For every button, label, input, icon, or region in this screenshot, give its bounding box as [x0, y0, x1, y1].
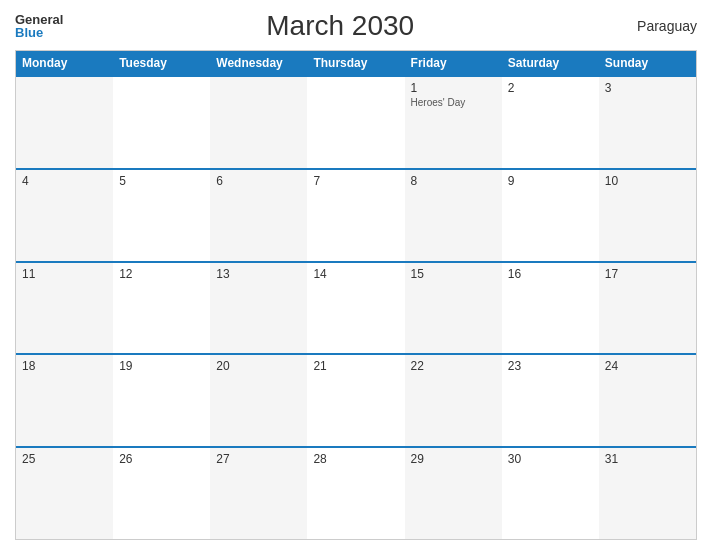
calendar-cell: 19: [113, 355, 210, 446]
calendar-cell: 14: [307, 263, 404, 354]
col-monday: Monday: [16, 51, 113, 75]
calendar-row: 1Heroes' Day23: [16, 75, 696, 168]
day-number: 11: [22, 267, 107, 281]
day-number: 23: [508, 359, 593, 373]
day-number: 31: [605, 452, 690, 466]
calendar-cell: 10: [599, 170, 696, 261]
logo: General Blue: [15, 13, 63, 39]
country-label: Paraguay: [617, 18, 697, 34]
day-number: 4: [22, 174, 107, 188]
calendar-cell: 18: [16, 355, 113, 446]
day-number: 22: [411, 359, 496, 373]
calendar-cell: 28: [307, 448, 404, 539]
day-number: 2: [508, 81, 593, 95]
calendar-row: 25262728293031: [16, 446, 696, 539]
calendar-cell: 1Heroes' Day: [405, 77, 502, 168]
day-number: 9: [508, 174, 593, 188]
day-number: 25: [22, 452, 107, 466]
calendar-cell: 23: [502, 355, 599, 446]
calendar-cell: [210, 77, 307, 168]
day-number: 14: [313, 267, 398, 281]
day-number: 21: [313, 359, 398, 373]
calendar-header: Monday Tuesday Wednesday Thursday Friday…: [16, 51, 696, 75]
col-friday: Friday: [405, 51, 502, 75]
day-number: 8: [411, 174, 496, 188]
day-number: 1: [411, 81, 496, 95]
col-wednesday: Wednesday: [210, 51, 307, 75]
day-number: 10: [605, 174, 690, 188]
day-number: 19: [119, 359, 204, 373]
calendar-cell: 9: [502, 170, 599, 261]
calendar-cell: 12: [113, 263, 210, 354]
calendar-grid: Monday Tuesday Wednesday Thursday Friday…: [15, 50, 697, 540]
day-number: 5: [119, 174, 204, 188]
calendar-cell: 15: [405, 263, 502, 354]
calendar-cell: 3: [599, 77, 696, 168]
calendar-cell: 31: [599, 448, 696, 539]
calendar-row: 18192021222324: [16, 353, 696, 446]
calendar-cell: 30: [502, 448, 599, 539]
calendar-cell: 8: [405, 170, 502, 261]
holiday-label: Heroes' Day: [411, 97, 496, 108]
day-number: 13: [216, 267, 301, 281]
day-number: 24: [605, 359, 690, 373]
calendar-page: General Blue March 2030 Paraguay Monday …: [0, 0, 712, 550]
calendar-cell: 24: [599, 355, 696, 446]
calendar-cell: 5: [113, 170, 210, 261]
calendar-cell: 13: [210, 263, 307, 354]
day-number: 7: [313, 174, 398, 188]
calendar-cell: 6: [210, 170, 307, 261]
calendar-cell: 29: [405, 448, 502, 539]
page-header: General Blue March 2030 Paraguay: [15, 10, 697, 42]
day-number: 20: [216, 359, 301, 373]
calendar-cell: 16: [502, 263, 599, 354]
logo-blue-text: Blue: [15, 26, 43, 39]
calendar-cell: 21: [307, 355, 404, 446]
calendar-cell: 2: [502, 77, 599, 168]
calendar-cell: 22: [405, 355, 502, 446]
calendar-row: 45678910: [16, 168, 696, 261]
page-title: March 2030: [63, 10, 617, 42]
calendar-cell: [113, 77, 210, 168]
day-number: 6: [216, 174, 301, 188]
calendar-cell: 26: [113, 448, 210, 539]
calendar-cell: 27: [210, 448, 307, 539]
col-tuesday: Tuesday: [113, 51, 210, 75]
day-number: 3: [605, 81, 690, 95]
calendar-cell: 4: [16, 170, 113, 261]
calendar-cell: 25: [16, 448, 113, 539]
calendar-body: 1Heroes' Day2345678910111213141516171819…: [16, 75, 696, 539]
calendar-cell: [307, 77, 404, 168]
calendar-row: 11121314151617: [16, 261, 696, 354]
day-number: 29: [411, 452, 496, 466]
day-number: 26: [119, 452, 204, 466]
col-saturday: Saturday: [502, 51, 599, 75]
col-sunday: Sunday: [599, 51, 696, 75]
day-number: 16: [508, 267, 593, 281]
day-number: 18: [22, 359, 107, 373]
day-number: 17: [605, 267, 690, 281]
day-number: 12: [119, 267, 204, 281]
calendar-cell: 17: [599, 263, 696, 354]
calendar-cell: 7: [307, 170, 404, 261]
day-number: 30: [508, 452, 593, 466]
day-number: 15: [411, 267, 496, 281]
calendar-cell: 11: [16, 263, 113, 354]
day-number: 27: [216, 452, 301, 466]
calendar-cell: 20: [210, 355, 307, 446]
day-number: 28: [313, 452, 398, 466]
calendar-cell: [16, 77, 113, 168]
col-thursday: Thursday: [307, 51, 404, 75]
